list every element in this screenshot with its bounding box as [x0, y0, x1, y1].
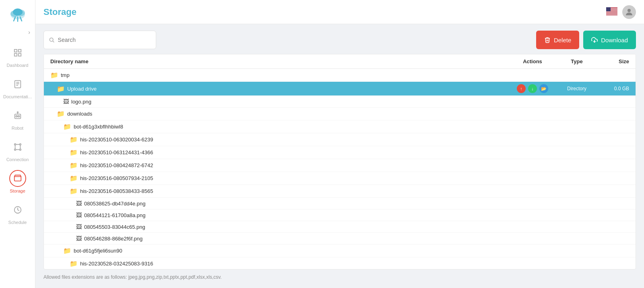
folder-icon: 📁	[63, 123, 71, 131]
connection-icon	[13, 143, 22, 151]
sidebar-item-documentation[interactable]: Documentati...	[0, 72, 35, 103]
main-content: Storage	[35, 0, 644, 288]
search-input[interactable]	[58, 37, 151, 43]
search-icon	[49, 37, 55, 43]
folder-icon: 📁	[70, 149, 78, 156]
sidebar-label-robot: Robot	[12, 126, 23, 131]
robot-icon	[13, 111, 22, 120]
folder-icon: 📁	[70, 162, 78, 169]
table-row[interactable]: 📁 bot-d61g5fjeli6sun90	[44, 244, 636, 257]
table-row[interactable]: 🖼 logo.png	[44, 96, 636, 108]
us-flag-icon	[606, 7, 617, 15]
user-icon	[624, 7, 634, 17]
schedule-icon	[13, 205, 22, 214]
col-name-header: Directory name	[50, 58, 508, 64]
folder-icon: 📁	[57, 85, 65, 93]
table-row[interactable]: 📁 his-20230516-080507934-2105	[44, 172, 636, 185]
sidebar-item-robot[interactable]: Robot	[0, 103, 35, 135]
svg-point-19	[17, 112, 18, 113]
folder-icon: 📁	[70, 187, 78, 195]
language-flag[interactable]	[606, 7, 617, 17]
image-file-icon: 🖼	[76, 212, 82, 218]
svg-point-23	[19, 149, 21, 151]
table-row[interactable]: 🖼 080546288-868e2f6f.png	[44, 233, 636, 244]
sidebar-item-connection[interactable]: Connection	[0, 135, 35, 166]
file-name: 📁 Upload drive	[50, 85, 508, 93]
user-avatar-button[interactable]	[622, 5, 636, 19]
svg-rect-10	[18, 54, 21, 56]
download-button[interactable]: Download	[583, 31, 636, 49]
trash-icon	[544, 37, 551, 43]
actions-cell: ↑ ↓ 📂	[508, 84, 557, 93]
sidebar-item-dashboard[interactable]: Dashboard	[0, 40, 35, 72]
sidebar-label-schedule: Schedule	[8, 220, 27, 225]
sidebar-collapse-button[interactable]: ›	[27, 27, 32, 37]
download-action-button[interactable]: ↓	[528, 84, 537, 93]
sidebar-label-dashboard: Dashboard	[7, 63, 29, 68]
sidebar-label-documentation: Documentati...	[3, 94, 32, 99]
download-icon	[591, 37, 598, 43]
footer-note: Allowed files extensions are as follows:…	[43, 269, 636, 282]
svg-rect-8	[18, 50, 21, 52]
file-table: Directory name Actions Type Size 📁 tmp	[43, 54, 636, 269]
file-name: 📁 his-20230516-080507934-2105	[50, 174, 508, 182]
svg-point-21	[19, 144, 21, 145]
sidebar-label-connection: Connection	[6, 157, 29, 162]
table-row[interactable]: 📁 his-20230516-080538433-8565	[44, 185, 636, 198]
storage-icon	[13, 174, 22, 183]
sidebar-item-storage[interactable]: Storage	[0, 166, 35, 197]
svg-rect-33	[606, 11, 617, 12]
table-row[interactable]: 🖼 080545503-83044c65.png	[44, 221, 636, 233]
table-row[interactable]: 📁 his-20230510-063124431-4366	[44, 146, 636, 159]
image-file-icon: 🖼	[63, 98, 69, 105]
file-name: 📁 his-20230510-063124431-4366	[50, 149, 508, 156]
table-row[interactable]: 📁 his-20230510-080424872-6742	[44, 159, 636, 172]
file-name: 📁 tmp	[50, 71, 508, 79]
upload-action-button[interactable]: ↑	[517, 84, 526, 93]
toolbar: Delete Download	[43, 31, 636, 49]
table-row[interactable]: 📁 Upload drive ↑ ↓ 📂 Directory 0.0 GB	[44, 82, 636, 96]
content-area: Delete Download Directory name Actions T…	[35, 24, 644, 288]
sidebar: › Dashboard Documentati... Robot	[0, 0, 35, 288]
svg-point-3	[13, 8, 23, 16]
header-right	[606, 5, 636, 19]
folder-icon: 📁	[63, 247, 71, 255]
file-name: 📁 bot-d61g5fjeli6sun90	[50, 247, 508, 255]
top-header: Storage	[35, 0, 644, 24]
file-name: 🖼 logo.png	[50, 98, 508, 105]
col-size-header: Size	[597, 58, 629, 64]
sidebar-label-storage: Storage	[10, 189, 25, 193]
folder-icon: 📁	[70, 174, 78, 182]
table-row[interactable]: 🖼 080538625-db47dd4e.png	[44, 198, 636, 209]
file-name: 📁 his-20230510-063020034-6239	[50, 136, 508, 143]
table-row[interactable]: 🖼 080544121-61700a8a.png	[44, 209, 636, 221]
table-row[interactable]: 📁 downloads	[44, 108, 636, 120]
svg-rect-7	[14, 50, 17, 52]
delete-label: Delete	[554, 37, 571, 44]
app-logo	[8, 4, 27, 25]
docs-icon	[13, 80, 22, 89]
delete-button[interactable]: Delete	[536, 31, 579, 49]
image-file-icon: 🖼	[76, 200, 82, 207]
table-row[interactable]: 📁 his-20230510-063020034-6239	[44, 133, 636, 146]
svg-point-16	[16, 116, 17, 117]
sidebar-item-schedule[interactable]: Schedule	[0, 197, 35, 229]
search-wrap	[43, 31, 156, 49]
table-row[interactable]: 📁 bot-d61g3xbflhhbiwl8	[44, 120, 636, 133]
file-name: 🖼 080544121-61700a8a.png	[50, 212, 508, 218]
svg-rect-9	[14, 54, 17, 56]
file-name: 📁 downloads	[50, 110, 508, 118]
col-type-header: Type	[557, 58, 597, 64]
svg-rect-35	[606, 14, 617, 15]
svg-rect-36	[606, 7, 611, 11]
table-row[interactable]: 📁 tmp	[44, 69, 636, 82]
file-name: 📁 his-20230510-080424872-6742	[50, 162, 508, 169]
svg-line-39	[53, 41, 54, 42]
file-rows: 📁 tmp 📁 Upload drive ↑ ↓	[44, 69, 636, 269]
file-name: 🖼 080545503-83044c65.png	[50, 224, 508, 230]
folder-icon: 📁	[57, 110, 65, 118]
folder-action-button[interactable]: 📂	[539, 84, 548, 93]
table-row[interactable]: 📁 his-20230528-032425083-9316	[44, 257, 636, 269]
file-type: Directory	[557, 86, 597, 91]
download-label: Download	[601, 37, 628, 44]
